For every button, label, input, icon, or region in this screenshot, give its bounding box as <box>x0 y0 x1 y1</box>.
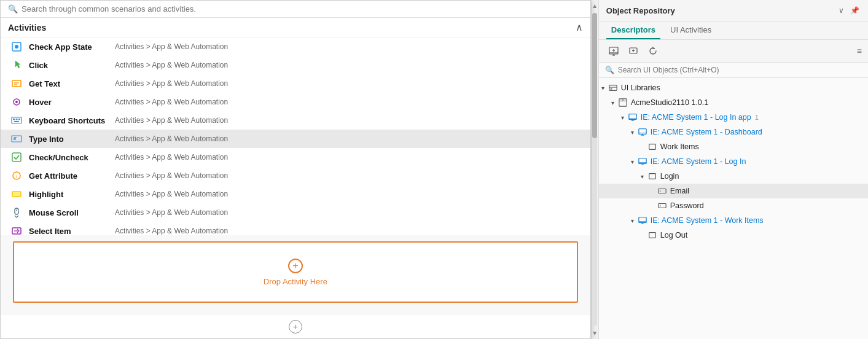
activity-name: Select Item <box>29 227 109 236</box>
activity-path: Activities > App & Web Automation <box>115 98 228 106</box>
get-text-icon <box>10 77 23 90</box>
tree-item[interactable]: ▾IE: ACME System 1 - Log In <box>599 154 868 169</box>
activity-name: Check/Uncheck <box>29 153 109 162</box>
search-bar[interactable]: 🔍 <box>1 1 590 18</box>
collapse-icon[interactable]: ∧ <box>576 21 583 33</box>
activity-item[interactable]: Select ItemActivities > App & Web Automa… <box>1 222 590 235</box>
tree-collapse-icon[interactable]: ▾ <box>638 173 647 180</box>
svg-rect-10 <box>18 119 20 120</box>
tree-item[interactable]: ▾IE: ACME System 1 - Log In app1 <box>599 110 868 125</box>
input-tree-icon <box>657 185 668 197</box>
panel-options-icon[interactable]: ≡ <box>857 46 862 56</box>
activity-item[interactable]: Keyboard ShortcutsActivities > App & Web… <box>1 111 590 130</box>
tree-item[interactable]: Email <box>599 184 868 198</box>
activity-path: Activities > App & Web Automation <box>115 42 228 51</box>
tree-item-label: IE: ACME System 1 - Dashboard <box>651 128 762 136</box>
activity-name: Click <box>29 61 109 70</box>
tree-item-label: AcmeStudio2110 1.0.1 <box>631 98 708 107</box>
svg-rect-50 <box>649 144 656 150</box>
activities-title: Activities <box>8 23 46 33</box>
right-tabs: Descriptors UI Activities <box>599 21 868 40</box>
tree-collapse-icon[interactable]: ▾ <box>628 217 637 224</box>
svg-rect-19 <box>12 192 21 197</box>
activity-name: Check App State <box>29 42 109 52</box>
tab-ui-activities[interactable]: UI Activities <box>665 21 716 39</box>
root-collapse-icon[interactable]: ▾ <box>599 85 608 92</box>
tree-collapse-icon[interactable]: ▾ <box>619 114 627 121</box>
tree-item[interactable]: ▾Login <box>599 169 868 184</box>
tree-collapse-icon[interactable]: ▾ <box>628 129 637 136</box>
svg-rect-2 <box>12 80 21 87</box>
tree-item-label: Login <box>660 172 679 181</box>
add-activity-button[interactable]: + <box>289 320 302 333</box>
activity-name: Mouse Scroll <box>29 208 109 217</box>
activity-item[interactable]: ClickActivities > App & Web Automation <box>1 56 590 74</box>
activities-header: Activities ∧ <box>1 18 590 37</box>
screen-tree-icon <box>637 156 648 167</box>
tree-collapse-icon[interactable]: ▾ <box>628 158 637 165</box>
plus-circle-icon: + <box>288 259 303 273</box>
svg-rect-11 <box>14 121 19 122</box>
tree-item[interactable]: ▾IE: ACME System 1 - Work Items <box>599 213 868 228</box>
ui-objects-search-input[interactable] <box>618 66 862 74</box>
left-scrollbar[interactable]: ▲ ▼ <box>591 0 598 339</box>
svg-rect-9 <box>16 119 18 120</box>
drop-zone-area: + Drop Activity Here <box>1 235 590 315</box>
element-tree-icon <box>647 230 658 241</box>
activity-item[interactable]: Get TextActivities > App & Web Automatio… <box>1 74 590 93</box>
svg-point-6 <box>15 101 18 103</box>
tree-item[interactable]: Log Out <box>599 228 868 243</box>
select-item-icon <box>10 225 23 235</box>
tree-item[interactable]: ▾IE: ACME System 1 - Dashboard <box>599 125 868 139</box>
activity-name: Type Into <box>29 134 109 144</box>
element-tree-icon <box>647 141 658 152</box>
activity-item[interactable]: Check App StateActivities > App & Web Au… <box>1 37 590 56</box>
add-element-button[interactable] <box>625 44 642 58</box>
pin-button[interactable]: 📌 <box>849 5 861 16</box>
screen-tree-icon <box>637 127 648 138</box>
pin-icon[interactable]: ∨ <box>837 5 845 16</box>
search-ui-objects[interactable]: 🔍 <box>599 63 868 78</box>
activity-item[interactable]: Mouse ScrollActivities > App & Web Autom… <box>1 203 590 222</box>
tree-root-item[interactable]: ▾UI Libraries <box>599 80 868 95</box>
svg-rect-36 <box>609 85 617 91</box>
activity-item[interactable]: Type IntoActivities > App & Web Automati… <box>1 130 590 148</box>
activity-item[interactable]: HighlightActivities > App & Web Automati… <box>1 185 590 203</box>
svg-rect-58 <box>659 204 666 208</box>
add-screen-button[interactable] <box>605 44 622 58</box>
activity-path: Activities > App & Web Automation <box>115 227 228 235</box>
bottom-plus-area: + <box>1 315 590 338</box>
activity-item[interactable]: Check/UncheckActivities > App & Web Auto… <box>1 148 590 166</box>
scrollbar-thumb[interactable] <box>592 13 597 138</box>
refresh-button[interactable] <box>644 44 662 58</box>
tree-item-count: 1 <box>755 114 759 121</box>
highlight-icon <box>10 188 23 200</box>
object-repository-panel: Object Repository ∨ 📌 Descriptors UI Act… <box>598 0 868 339</box>
tree-item-label: IE: ACME System 1 - Log In <box>651 157 746 166</box>
drop-zone[interactable]: + Drop Activity Here <box>13 241 578 303</box>
svg-rect-16 <box>12 153 21 162</box>
check-uncheck-icon <box>10 151 23 163</box>
tree-collapse-icon[interactable]: ▾ <box>609 99 617 106</box>
tree-item[interactable]: ▾AcmeStudio2110 1.0.1 <box>599 95 868 110</box>
tree-item[interactable]: Password <box>599 198 868 213</box>
activity-path: Activities > App & Web Automation <box>115 208 228 217</box>
right-panel-title: Object Repository <box>606 6 675 15</box>
activity-path: Activities > App & Web Automation <box>115 134 228 143</box>
tree-item[interactable]: Work Items <box>599 139 868 154</box>
tree-item-label: Work Items <box>660 142 699 151</box>
activity-item[interactable]: iGet AttributeActivities > App & Web Aut… <box>1 166 590 185</box>
activity-name: Keyboard Shortcuts <box>29 116 109 125</box>
svg-rect-64 <box>649 233 656 238</box>
activity-name: Get Text <box>29 79 109 88</box>
activities-panel: 🔍 Activities ∧ Check App StateActivities… <box>0 0 591 339</box>
screen-tree-icon <box>627 112 638 123</box>
activity-path: Activities > App & Web Automation <box>115 153 228 162</box>
search-input[interactable] <box>22 4 583 14</box>
ui-libraries-icon <box>608 82 619 93</box>
activity-item[interactable]: HoverActivities > App & Web Automation <box>1 93 590 111</box>
tree-item-label: Log Out <box>660 231 687 240</box>
input-tree-icon <box>657 200 668 211</box>
tab-descriptors[interactable]: Descriptors <box>606 21 660 39</box>
activity-path: Activities > App & Web Automation <box>115 190 228 198</box>
